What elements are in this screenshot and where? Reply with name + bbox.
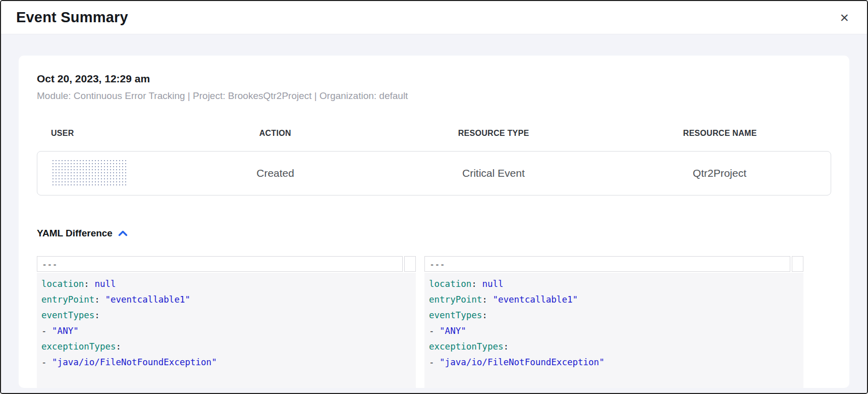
- scrollbar-corner: [792, 256, 803, 272]
- cell-action: Created: [172, 167, 378, 179]
- close-button[interactable]: ×: [837, 8, 852, 27]
- yaml-code-line: entryPoint: "eventcallable1": [41, 292, 416, 308]
- column-header-user: USER: [37, 129, 172, 138]
- cell-resource-name: Qtr2Project: [609, 167, 831, 179]
- cell-user: [37, 159, 172, 187]
- chevron-up-icon[interactable]: [118, 230, 128, 236]
- column-header-resource-type: RESOURCE TYPE: [378, 129, 609, 138]
- yaml-code-line: eventTypes:: [41, 308, 416, 323]
- yaml-code-line: exceptionTypes:: [429, 339, 803, 355]
- column-header-resource-name: RESOURCE NAME: [609, 129, 831, 138]
- yaml-pane-right-header: ---: [424, 256, 803, 272]
- yaml-code-right[interactable]: location: nullentryPoint: "eventcallable…: [424, 273, 803, 388]
- yaml-code-line: location: null: [429, 276, 803, 292]
- close-icon: ×: [840, 9, 849, 26]
- event-summary-modal: Event Summary × Oct 20, 2023, 12:29 am M…: [0, 0, 868, 394]
- yaml-code-left[interactable]: location: nullentryPoint: "eventcallable…: [37, 273, 416, 388]
- yaml-difference-header: YAML Difference: [37, 228, 831, 239]
- event-timestamp: Oct 20, 2023, 12:29 am: [37, 73, 831, 85]
- yaml-code-line: location: null: [41, 276, 416, 292]
- modal-header: Event Summary ×: [1, 1, 867, 34]
- yaml-code-line: exceptionTypes:: [41, 339, 416, 355]
- yaml-code-line: - "java/io/FileNotFoundException": [429, 355, 803, 370]
- column-header-action: ACTION: [172, 129, 378, 138]
- yaml-pane-left-header: ---: [37, 256, 416, 272]
- scrollbar-corner: [404, 256, 416, 272]
- yaml-pane-left: --- location: nullentryPoint: "eventcall…: [37, 256, 416, 388]
- event-meta: Module: Continuous Error Tracking | Proj…: [37, 90, 831, 102]
- cell-resource-type: Critical Event: [378, 167, 609, 179]
- yaml-code-line: - "ANY": [429, 323, 803, 339]
- yaml-pane-right: --- location: nullentryPoint: "eventcall…: [424, 256, 803, 388]
- modal-title: Event Summary: [16, 9, 128, 26]
- redacted-user-avatar: [51, 159, 128, 187]
- modal-body: Oct 20, 2023, 12:29 am Module: Continuou…: [1, 34, 867, 393]
- yaml-document-separator: ---: [424, 256, 790, 272]
- event-card: Oct 20, 2023, 12:29 am Module: Continuou…: [19, 56, 849, 388]
- table-header-row: USER ACTION RESOURCE TYPE RESOURCE NAME: [37, 129, 831, 138]
- yaml-code-line: eventTypes:: [429, 308, 803, 323]
- table-row: Created Critical Event Qtr2Project: [37, 151, 831, 195]
- yaml-code-line: entryPoint: "eventcallable1": [429, 292, 803, 308]
- yaml-code-line: - "java/io/FileNotFoundException": [41, 355, 416, 370]
- yaml-diff-container: --- location: nullentryPoint: "eventcall…: [37, 256, 803, 388]
- yaml-document-separator: ---: [37, 256, 403, 272]
- yaml-difference-label: YAML Difference: [37, 228, 113, 239]
- yaml-code-line: - "ANY": [41, 323, 416, 339]
